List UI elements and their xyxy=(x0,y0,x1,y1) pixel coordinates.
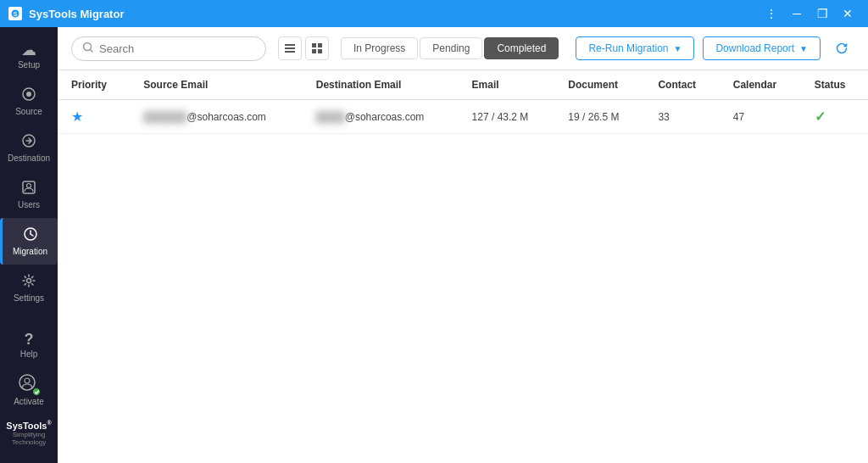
svg-point-8 xyxy=(27,279,31,283)
cell-calendar: 47 xyxy=(720,100,801,134)
sidebar-label-migration: Migration xyxy=(13,247,47,256)
col-destination-email: Destination Email xyxy=(303,70,459,100)
sidebar-item-setup[interactable]: ☁ Setup xyxy=(0,34,58,78)
sidebar-activate[interactable]: Activate xyxy=(0,367,58,413)
title-bar-left: S SysTools Migrator xyxy=(8,7,124,20)
sidebar-label-help: Help xyxy=(20,349,38,359)
brand-name: SysTools® xyxy=(5,420,53,431)
tab-pending[interactable]: Pending xyxy=(420,37,482,59)
search-box[interactable] xyxy=(71,36,266,61)
app-icon: S xyxy=(8,7,22,20)
svg-point-3 xyxy=(26,92,31,97)
svg-point-6 xyxy=(27,184,31,188)
sidebar-label-activate: Activate xyxy=(14,397,44,406)
svg-rect-12 xyxy=(285,44,295,46)
title-bar: S SysTools Migrator ⋮ ─ ❐ ✕ xyxy=(0,0,868,27)
search-input[interactable] xyxy=(99,42,255,55)
activated-indicator xyxy=(32,388,41,396)
brand: SysTools® Simplifying Technology xyxy=(0,413,58,449)
source-email-domain: @soharcoas.com xyxy=(186,111,266,123)
cell-contact: 33 xyxy=(644,100,719,134)
users-icon xyxy=(21,180,36,198)
sidebar-label-source: Source xyxy=(15,107,42,116)
help-icon: ? xyxy=(25,332,34,347)
col-source-email: Source Email xyxy=(130,70,302,100)
refresh-btn[interactable] xyxy=(829,36,854,61)
dest-email-prefix: ████ xyxy=(316,111,345,123)
data-table: Priority Source Email Destination Email … xyxy=(58,70,868,463)
grid-view-btn[interactable] xyxy=(305,36,329,60)
download-label: Download Report xyxy=(715,42,794,54)
rerun-arrow-icon: ▼ xyxy=(673,44,682,53)
more-btn[interactable]: ⋮ xyxy=(760,3,783,24)
col-contact: Contact xyxy=(644,70,719,100)
cell-status: ✓ xyxy=(801,100,868,134)
migration-icon xyxy=(23,226,38,244)
col-email: Email xyxy=(459,70,555,100)
svg-rect-17 xyxy=(312,49,316,53)
source-email-prefix: ██████ xyxy=(143,111,186,123)
list-view-btn[interactable] xyxy=(278,36,302,60)
star-icon: ★ xyxy=(71,109,83,124)
minimize-btn[interactable]: ─ xyxy=(785,3,809,24)
svg-rect-13 xyxy=(285,47,295,49)
cell-email: 127 / 43.2 M xyxy=(459,100,555,134)
app-title: SysTools Migrator xyxy=(29,8,124,20)
search-icon xyxy=(82,42,94,56)
svg-rect-14 xyxy=(285,51,295,53)
restore-btn[interactable]: ❐ xyxy=(810,3,834,24)
sidebar-item-destination[interactable]: Destination xyxy=(0,125,58,171)
svg-rect-15 xyxy=(312,43,316,47)
sidebar-item-users[interactable]: Users xyxy=(0,171,58,218)
sidebar: ☁ Setup Source Destination xyxy=(0,27,58,463)
svg-rect-16 xyxy=(318,43,322,47)
brand-tagline: Simplifying Technology xyxy=(5,431,53,446)
close-btn[interactable]: ✕ xyxy=(836,3,860,24)
settings-icon xyxy=(21,273,36,291)
sidebar-help[interactable]: ? Help xyxy=(0,323,58,367)
col-calendar: Calendar xyxy=(720,70,801,100)
svg-text:S: S xyxy=(14,11,18,17)
sidebar-bottom: ? Help Activate xyxy=(0,323,58,456)
toolbar: In Progress Pending Completed Re-Run Mig… xyxy=(58,27,868,70)
cell-document: 19 / 26.5 M xyxy=(554,100,644,134)
sidebar-label-setup: Setup xyxy=(18,60,40,70)
sidebar-item-source[interactable]: Source xyxy=(0,78,58,125)
sidebar-item-migration[interactable]: Migration xyxy=(0,218,58,265)
cell-dest-email: ████@soharcoas.com xyxy=(303,100,459,134)
status-check-icon: ✓ xyxy=(815,109,826,124)
table-header: Priority Source Email Destination Email … xyxy=(58,70,868,100)
activate-icon-wrap xyxy=(19,374,39,394)
tab-in-progress[interactable]: In Progress xyxy=(341,37,418,59)
dest-email-domain: @soharcoas.com xyxy=(345,111,425,123)
cell-priority[interactable]: ★ xyxy=(58,100,130,134)
tab-group: In Progress Pending Completed xyxy=(341,37,559,59)
destination-icon xyxy=(21,133,36,151)
rerun-migration-btn[interactable]: Re-Run Migration ▼ xyxy=(576,36,694,60)
setup-icon: ☁ xyxy=(21,42,36,58)
table-row: ★ ██████@soharcoas.com ████@soharcoas.co… xyxy=(58,100,868,134)
col-document: Document xyxy=(554,70,644,100)
migration-table: Priority Source Email Destination Email … xyxy=(58,70,868,134)
tab-completed[interactable]: Completed xyxy=(484,37,559,59)
rerun-label: Re-Run Migration xyxy=(588,42,668,54)
title-bar-controls: ⋮ ─ ❐ ✕ xyxy=(760,3,860,24)
sidebar-item-settings[interactable]: Settings xyxy=(0,265,58,311)
table-body: ★ ██████@soharcoas.com ████@soharcoas.co… xyxy=(58,100,868,134)
col-status: Status xyxy=(801,70,868,100)
download-report-btn[interactable]: Download Report ▼ xyxy=(703,36,821,60)
col-priority: Priority xyxy=(58,70,130,100)
svg-point-10 xyxy=(25,378,30,383)
sidebar-label-settings: Settings xyxy=(14,293,44,303)
sidebar-label-destination: Destination xyxy=(8,153,50,163)
main-content: In Progress Pending Completed Re-Run Mig… xyxy=(58,27,868,463)
svg-rect-18 xyxy=(318,49,322,53)
app-container: ☁ Setup Source Destination xyxy=(0,27,868,463)
sidebar-label-users: Users xyxy=(18,200,40,209)
cell-source-email: ██████@soharcoas.com xyxy=(130,100,302,134)
source-icon xyxy=(21,86,36,104)
view-toggles xyxy=(278,36,329,60)
download-arrow-icon: ▼ xyxy=(799,44,808,53)
